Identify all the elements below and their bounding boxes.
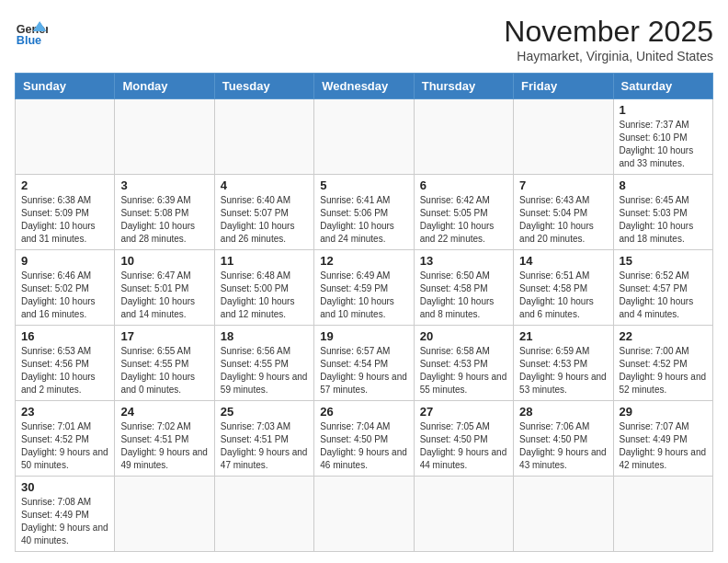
calendar-cell: 30Sunrise: 7:08 AM Sunset: 4:49 PM Dayli… (16, 477, 115, 552)
day-number: 20 (420, 329, 507, 343)
day-info: Sunrise: 7:37 AM Sunset: 6:10 PM Dayligh… (620, 119, 707, 170)
logo: General Blue (15, 15, 48, 48)
calendar-cell (115, 477, 214, 552)
calendar-cell: 4Sunrise: 6:40 AM Sunset: 5:07 PM Daylig… (214, 175, 313, 250)
calendar-week-row: 16Sunrise: 6:53 AM Sunset: 4:56 PM Dayli… (16, 326, 713, 401)
weekday-header: Thursday (414, 74, 513, 99)
day-info: Sunrise: 7:08 AM Sunset: 4:49 PM Dayligh… (21, 496, 108, 547)
calendar-cell (115, 99, 214, 175)
day-number: 12 (320, 254, 407, 268)
day-number: 22 (620, 329, 707, 343)
calendar-cell: 2Sunrise: 6:38 AM Sunset: 5:09 PM Daylig… (16, 175, 115, 250)
calendar-cell: 19Sunrise: 6:57 AM Sunset: 4:54 PM Dayli… (314, 326, 414, 401)
calendar-week-row: 23Sunrise: 7:01 AM Sunset: 4:52 PM Dayli… (16, 401, 713, 477)
calendar-cell: 15Sunrise: 6:52 AM Sunset: 4:57 PM Dayli… (613, 250, 712, 326)
day-info: Sunrise: 7:03 AM Sunset: 4:51 PM Dayligh… (221, 420, 308, 472)
calendar-cell (514, 477, 613, 552)
day-number: 14 (519, 254, 607, 268)
calendar-cell (214, 477, 313, 552)
svg-text:Blue: Blue (17, 34, 41, 47)
day-number: 23 (21, 405, 108, 419)
day-number: 2 (21, 178, 108, 192)
day-info: Sunrise: 6:55 AM Sunset: 4:55 PM Dayligh… (120, 345, 208, 396)
day-info: Sunrise: 6:48 AM Sunset: 5:00 PM Dayligh… (221, 270, 308, 321)
weekday-header: Sunday (16, 74, 115, 99)
calendar-cell: 18Sunrise: 6:56 AM Sunset: 4:55 PM Dayli… (214, 326, 313, 401)
day-info: Sunrise: 7:05 AM Sunset: 4:50 PM Dayligh… (420, 420, 507, 472)
day-info: Sunrise: 6:56 AM Sunset: 4:55 PM Dayligh… (221, 345, 308, 396)
calendar-cell (214, 99, 313, 175)
calendar-cell: 1Sunrise: 7:37 AM Sunset: 6:10 PM Daylig… (613, 99, 712, 175)
calendar-week-row: 9Sunrise: 6:46 AM Sunset: 5:02 PM Daylig… (16, 250, 713, 326)
day-info: Sunrise: 7:02 AM Sunset: 4:51 PM Dayligh… (120, 420, 208, 472)
calendar-cell (314, 477, 414, 552)
calendar-cell: 3Sunrise: 6:39 AM Sunset: 5:08 PM Daylig… (115, 175, 214, 250)
day-info: Sunrise: 6:46 AM Sunset: 5:02 PM Dayligh… (21, 270, 108, 321)
day-info: Sunrise: 6:45 AM Sunset: 5:03 PM Dayligh… (620, 194, 707, 246)
calendar-cell: 24Sunrise: 7:02 AM Sunset: 4:51 PM Dayli… (115, 401, 214, 477)
calendar-cell: 5Sunrise: 6:41 AM Sunset: 5:06 PM Daylig… (314, 175, 414, 250)
weekday-header: Wednesday (314, 74, 414, 99)
day-number: 29 (620, 405, 707, 419)
day-info: Sunrise: 6:43 AM Sunset: 5:04 PM Dayligh… (519, 194, 607, 246)
day-number: 4 (221, 178, 308, 192)
day-number: 17 (120, 329, 208, 343)
day-info: Sunrise: 7:04 AM Sunset: 4:50 PM Dayligh… (320, 420, 407, 472)
calendar-cell: 9Sunrise: 6:46 AM Sunset: 5:02 PM Daylig… (16, 250, 115, 326)
day-number: 3 (120, 178, 208, 192)
calendar-cell: 11Sunrise: 6:48 AM Sunset: 5:00 PM Dayli… (214, 250, 313, 326)
location-label: Haymarket, Virginia, United States (504, 49, 713, 63)
calendar-cell: 22Sunrise: 7:00 AM Sunset: 4:52 PM Dayli… (613, 326, 712, 401)
day-info: Sunrise: 6:42 AM Sunset: 5:05 PM Dayligh… (420, 194, 507, 246)
day-number: 26 (320, 405, 407, 419)
day-info: Sunrise: 7:07 AM Sunset: 4:49 PM Dayligh… (620, 420, 707, 472)
weekday-header: Friday (514, 74, 613, 99)
calendar-cell: 10Sunrise: 6:47 AM Sunset: 5:01 PM Dayli… (115, 250, 214, 326)
calendar-cell (16, 99, 115, 175)
calendar-cell (514, 99, 613, 175)
day-info: Sunrise: 6:52 AM Sunset: 4:57 PM Dayligh… (620, 270, 707, 321)
day-info: Sunrise: 6:50 AM Sunset: 4:58 PM Dayligh… (420, 270, 507, 321)
day-number: 8 (620, 178, 707, 192)
calendar-cell (414, 477, 513, 552)
calendar-cell: 26Sunrise: 7:04 AM Sunset: 4:50 PM Dayli… (314, 401, 414, 477)
day-number: 7 (519, 178, 607, 192)
day-number: 10 (120, 254, 208, 268)
calendar-cell: 17Sunrise: 6:55 AM Sunset: 4:55 PM Dayli… (115, 326, 214, 401)
day-number: 9 (21, 254, 108, 268)
calendar-cell: 20Sunrise: 6:58 AM Sunset: 4:53 PM Dayli… (414, 326, 513, 401)
calendar-cell: 8Sunrise: 6:45 AM Sunset: 5:03 PM Daylig… (613, 175, 712, 250)
calendar-table: SundayMondayTuesdayWednesdayThursdayFrid… (15, 73, 713, 552)
day-number: 30 (21, 480, 108, 494)
day-number: 1 (620, 103, 707, 117)
day-info: Sunrise: 6:38 AM Sunset: 5:09 PM Dayligh… (21, 194, 108, 246)
day-number: 19 (320, 329, 407, 343)
calendar-cell (613, 477, 712, 552)
day-info: Sunrise: 6:47 AM Sunset: 5:01 PM Dayligh… (120, 270, 208, 321)
calendar-cell (414, 99, 513, 175)
calendar-cell (314, 99, 414, 175)
title-area: November 2025 Haymarket, Virginia, Unite… (504, 15, 713, 63)
calendar-cell: 13Sunrise: 6:50 AM Sunset: 4:58 PM Dayli… (414, 250, 513, 326)
calendar-cell: 7Sunrise: 6:43 AM Sunset: 5:04 PM Daylig… (514, 175, 613, 250)
day-number: 25 (221, 405, 308, 419)
day-number: 5 (320, 178, 407, 192)
day-number: 15 (620, 254, 707, 268)
calendar-cell: 25Sunrise: 7:03 AM Sunset: 4:51 PM Dayli… (214, 401, 313, 477)
calendar-cell: 6Sunrise: 6:42 AM Sunset: 5:05 PM Daylig… (414, 175, 513, 250)
calendar-week-row: 2Sunrise: 6:38 AM Sunset: 5:09 PM Daylig… (16, 175, 713, 250)
page-header: General Blue November 2025 Haymarket, Vi… (15, 15, 713, 63)
calendar-cell: 28Sunrise: 7:06 AM Sunset: 4:50 PM Dayli… (514, 401, 613, 477)
calendar-cell: 16Sunrise: 6:53 AM Sunset: 4:56 PM Dayli… (16, 326, 115, 401)
day-info: Sunrise: 6:41 AM Sunset: 5:06 PM Dayligh… (320, 194, 407, 246)
calendar-cell: 27Sunrise: 7:05 AM Sunset: 4:50 PM Dayli… (414, 401, 513, 477)
day-info: Sunrise: 6:58 AM Sunset: 4:53 PM Dayligh… (420, 345, 507, 396)
day-info: Sunrise: 7:01 AM Sunset: 4:52 PM Dayligh… (21, 420, 108, 472)
calendar-cell: 29Sunrise: 7:07 AM Sunset: 4:49 PM Dayli… (613, 401, 712, 477)
day-info: Sunrise: 6:40 AM Sunset: 5:07 PM Dayligh… (221, 194, 308, 246)
day-info: Sunrise: 6:49 AM Sunset: 4:59 PM Dayligh… (320, 270, 407, 321)
calendar-cell: 12Sunrise: 6:49 AM Sunset: 4:59 PM Dayli… (314, 250, 414, 326)
day-number: 6 (420, 178, 507, 192)
calendar-header-row: SundayMondayTuesdayWednesdayThursdayFrid… (16, 74, 713, 99)
weekday-header: Monday (115, 74, 214, 99)
